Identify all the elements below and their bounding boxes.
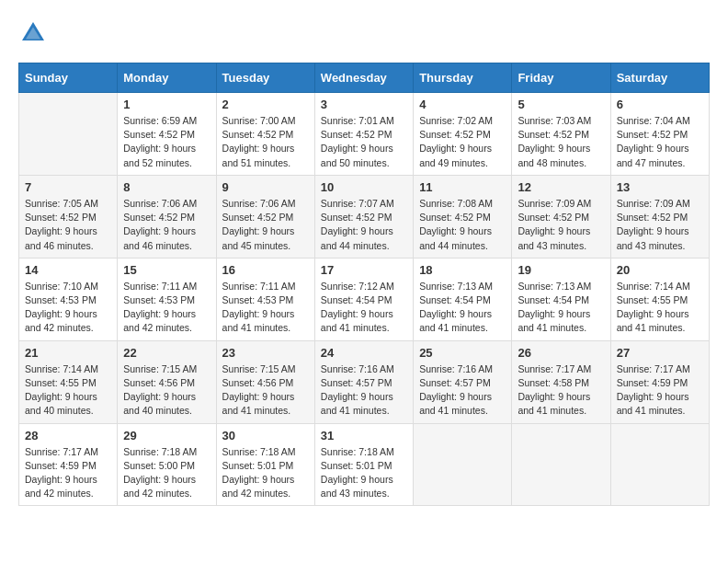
day-info: Sunrise: 7:04 AMSunset: 4:52 PMDaylight:…	[617, 114, 703, 170]
calendar-week-row: 1Sunrise: 6:59 AMSunset: 4:52 PMDaylight…	[19, 93, 710, 176]
day-number: 24	[321, 346, 407, 360]
calendar-cell: 25Sunrise: 7:16 AMSunset: 4:57 PMDayligh…	[414, 340, 512, 423]
day-info: Sunrise: 7:06 AMSunset: 4:52 PMDaylight:…	[222, 197, 309, 253]
day-number: 2	[222, 98, 309, 111]
calendar-cell: 14Sunrise: 7:10 AMSunset: 4:53 PMDayligh…	[19, 258, 118, 340]
day-number: 21	[25, 346, 111, 360]
day-number: 16	[222, 263, 309, 277]
day-info: Sunrise: 7:06 AMSunset: 4:52 PMDaylight:…	[123, 197, 210, 253]
day-info: Sunrise: 7:08 AMSunset: 4:52 PMDaylight:…	[419, 197, 506, 253]
calendar-cell: 6Sunrise: 7:04 AMSunset: 4:52 PMDaylight…	[610, 93, 709, 176]
calendar-cell: 10Sunrise: 7:07 AMSunset: 4:52 PMDayligh…	[314, 175, 413, 258]
day-info: Sunrise: 7:17 AMSunset: 4:59 PMDaylight:…	[617, 362, 703, 419]
day-info: Sunrise: 7:10 AMSunset: 4:53 PMDaylight:…	[25, 280, 111, 336]
day-number: 14	[25, 263, 111, 277]
calendar-cell: 17Sunrise: 7:12 AMSunset: 4:54 PMDayligh…	[314, 258, 413, 340]
weekday-header: Sunday	[19, 63, 118, 93]
calendar-cell: 12Sunrise: 7:09 AMSunset: 4:52 PMDayligh…	[512, 175, 610, 258]
day-info: Sunrise: 7:14 AMSunset: 4:55 PMDaylight:…	[25, 362, 111, 419]
weekday-header: Wednesday	[314, 63, 413, 93]
day-number: 27	[617, 346, 703, 360]
calendar-cell	[414, 423, 512, 506]
day-number: 15	[123, 263, 210, 277]
day-number: 31	[321, 429, 407, 442]
calendar-cell: 28Sunrise: 7:17 AMSunset: 4:59 PMDayligh…	[19, 423, 118, 506]
day-number: 1	[123, 98, 210, 111]
calendar-cell: 21Sunrise: 7:14 AMSunset: 4:55 PMDayligh…	[19, 340, 118, 423]
day-number: 22	[123, 346, 210, 360]
day-info: Sunrise: 7:02 AMSunset: 4:52 PMDaylight:…	[419, 114, 506, 170]
calendar-cell: 11Sunrise: 7:08 AMSunset: 4:52 PMDayligh…	[414, 175, 512, 258]
day-info: Sunrise: 7:16 AMSunset: 4:57 PMDaylight:…	[419, 362, 506, 419]
calendar-cell	[512, 423, 610, 506]
calendar-cell: 5Sunrise: 7:03 AMSunset: 4:52 PMDaylight…	[512, 93, 610, 176]
day-info: Sunrise: 7:18 AMSunset: 5:01 PMDaylight:…	[321, 445, 407, 501]
weekday-header: Thursday	[414, 63, 512, 93]
calendar-cell: 2Sunrise: 7:00 AMSunset: 4:52 PMDaylight…	[216, 93, 314, 176]
day-info: Sunrise: 7:17 AMSunset: 4:58 PMDaylight:…	[518, 362, 604, 419]
calendar-cell: 19Sunrise: 7:13 AMSunset: 4:54 PMDayligh…	[512, 258, 610, 340]
day-number: 10	[321, 180, 407, 194]
day-number: 26	[518, 346, 604, 360]
day-info: Sunrise: 7:18 AMSunset: 5:01 PMDaylight:…	[222, 445, 309, 501]
day-info: Sunrise: 7:17 AMSunset: 4:59 PMDaylight:…	[25, 445, 111, 501]
calendar-cell: 9Sunrise: 7:06 AMSunset: 4:52 PMDaylight…	[216, 175, 314, 258]
day-info: Sunrise: 7:09 AMSunset: 4:52 PMDaylight:…	[518, 197, 604, 253]
day-number: 13	[617, 180, 703, 194]
calendar-cell	[610, 423, 709, 506]
day-number: 4	[419, 98, 506, 111]
day-number: 11	[419, 180, 506, 194]
day-number: 8	[123, 180, 210, 194]
calendar-table: SundayMondayTuesdayWednesdayThursdayFrid…	[18, 63, 710, 506]
weekday-header: Friday	[512, 63, 610, 93]
day-info: Sunrise: 7:18 AMSunset: 5:00 PMDaylight:…	[123, 445, 210, 501]
calendar-cell: 23Sunrise: 7:15 AMSunset: 4:56 PMDayligh…	[216, 340, 314, 423]
day-number: 23	[222, 346, 309, 360]
calendar-week-row: 14Sunrise: 7:10 AMSunset: 4:53 PMDayligh…	[19, 258, 710, 340]
calendar-cell: 15Sunrise: 7:11 AMSunset: 4:53 PMDayligh…	[118, 258, 216, 340]
weekday-header: Monday	[118, 63, 216, 93]
calendar-cell: 3Sunrise: 7:01 AMSunset: 4:52 PMDaylight…	[314, 93, 413, 176]
day-info: Sunrise: 6:59 AMSunset: 4:52 PMDaylight:…	[123, 114, 210, 170]
calendar-cell: 16Sunrise: 7:11 AMSunset: 4:53 PMDayligh…	[216, 258, 314, 340]
calendar-cell	[19, 93, 118, 176]
calendar-cell: 30Sunrise: 7:18 AMSunset: 5:01 PMDayligh…	[216, 423, 314, 506]
calendar-cell: 29Sunrise: 7:18 AMSunset: 5:00 PMDayligh…	[118, 423, 216, 506]
page-header	[18, 18, 710, 48]
day-number: 7	[25, 180, 111, 194]
day-info: Sunrise: 7:15 AMSunset: 4:56 PMDaylight:…	[222, 362, 309, 419]
day-number: 29	[123, 429, 210, 442]
day-info: Sunrise: 7:13 AMSunset: 4:54 PMDaylight:…	[518, 280, 604, 336]
day-number: 28	[25, 429, 111, 442]
day-number: 6	[617, 98, 703, 111]
weekday-header: Saturday	[610, 63, 709, 93]
day-number: 18	[419, 263, 506, 277]
day-number: 3	[321, 98, 407, 111]
day-number: 17	[321, 263, 407, 277]
day-info: Sunrise: 7:07 AMSunset: 4:52 PMDaylight:…	[321, 197, 407, 253]
calendar-week-row: 7Sunrise: 7:05 AMSunset: 4:52 PMDaylight…	[19, 175, 710, 258]
day-info: Sunrise: 7:00 AMSunset: 4:52 PMDaylight:…	[222, 114, 309, 170]
weekday-header: Tuesday	[216, 63, 314, 93]
day-number: 12	[518, 180, 604, 194]
day-info: Sunrise: 7:03 AMSunset: 4:52 PMDaylight:…	[518, 114, 604, 170]
day-info: Sunrise: 7:15 AMSunset: 4:56 PMDaylight:…	[123, 362, 210, 419]
day-info: Sunrise: 7:01 AMSunset: 4:52 PMDaylight:…	[321, 114, 407, 170]
calendar-cell: 13Sunrise: 7:09 AMSunset: 4:52 PMDayligh…	[610, 175, 709, 258]
day-number: 25	[419, 346, 506, 360]
day-info: Sunrise: 7:16 AMSunset: 4:57 PMDaylight:…	[321, 362, 407, 419]
day-number: 5	[518, 98, 604, 111]
day-info: Sunrise: 7:09 AMSunset: 4:52 PMDaylight:…	[617, 197, 703, 253]
calendar-cell: 26Sunrise: 7:17 AMSunset: 4:58 PMDayligh…	[512, 340, 610, 423]
logo-icon	[18, 18, 48, 48]
day-info: Sunrise: 7:05 AMSunset: 4:52 PMDaylight:…	[25, 197, 111, 253]
calendar-header-row: SundayMondayTuesdayWednesdayThursdayFrid…	[19, 63, 710, 93]
day-number: 19	[518, 263, 604, 277]
calendar-cell: 24Sunrise: 7:16 AMSunset: 4:57 PMDayligh…	[314, 340, 413, 423]
calendar-cell: 27Sunrise: 7:17 AMSunset: 4:59 PMDayligh…	[610, 340, 709, 423]
day-info: Sunrise: 7:13 AMSunset: 4:54 PMDaylight:…	[419, 280, 506, 336]
calendar-cell: 22Sunrise: 7:15 AMSunset: 4:56 PMDayligh…	[118, 340, 216, 423]
calendar-cell: 20Sunrise: 7:14 AMSunset: 4:55 PMDayligh…	[610, 258, 709, 340]
day-number: 9	[222, 180, 309, 194]
calendar-cell: 8Sunrise: 7:06 AMSunset: 4:52 PMDaylight…	[118, 175, 216, 258]
